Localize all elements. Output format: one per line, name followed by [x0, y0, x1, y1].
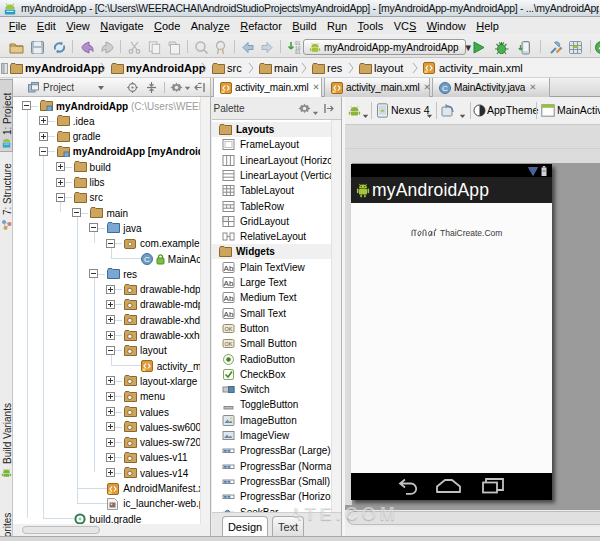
- svg-text:Ab: Ab: [224, 294, 234, 303]
- svg-text:C: C: [144, 255, 150, 264]
- svg-text:Ab: Ab: [224, 263, 234, 272]
- svg-text:Ab: Ab: [224, 279, 234, 288]
- svg-text:OK: OK: [225, 326, 233, 332]
- svg-text:C: C: [442, 83, 448, 92]
- svg-text:01: 01: [295, 50, 301, 55]
- svg-text:Ab: Ab: [224, 309, 234, 318]
- svg-text:OK: OK: [225, 341, 233, 347]
